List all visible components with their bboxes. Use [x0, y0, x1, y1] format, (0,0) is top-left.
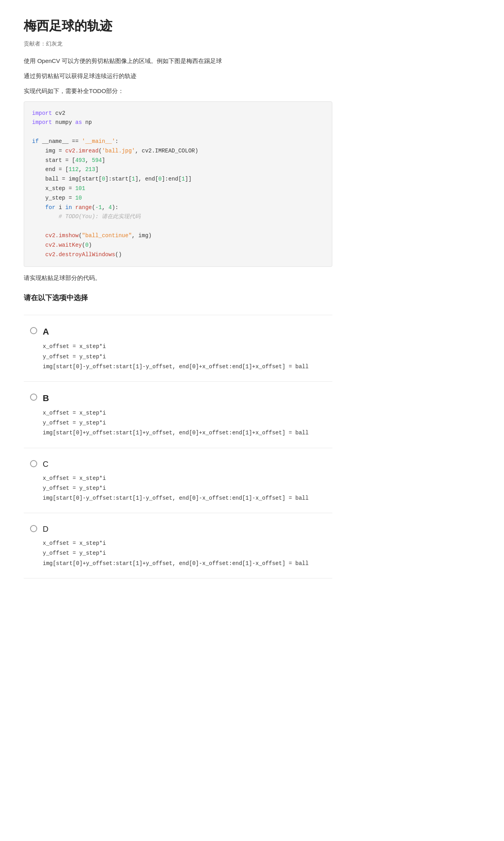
option-a-content: A x_offset = x_step*i y_offset = y_step*… [43, 325, 326, 372]
option-d-code: x_offset = x_step*i y_offset = y_step*i … [43, 538, 326, 569]
radio-a[interactable] [30, 327, 37, 334]
task-description: 请实现粘贴足球部分的代码。 [24, 273, 332, 283]
radio-d[interactable] [30, 525, 37, 532]
options-list: A x_offset = x_step*i y_offset = y_step*… [24, 315, 332, 578]
contributor-text: 贡献者：幻灰龙 [24, 39, 332, 48]
option-c-letter: C [43, 458, 326, 470]
option-a-letter: A [43, 325, 326, 339]
radio-b[interactable] [30, 394, 37, 401]
page-title: 梅西足球的轨迹 [24, 16, 332, 36]
option-d[interactable]: D x_offset = x_step*i y_offset = y_step*… [24, 513, 332, 578]
radio-c[interactable] [30, 460, 37, 467]
description-2: 通过剪切粘贴可以获得足球连续运行的轨迹 [24, 71, 332, 81]
choose-label: 请在以下选项中选择 [24, 292, 332, 304]
option-b-code: x_offset = x_step*i y_offset = y_step*i … [43, 408, 326, 438]
option-d-letter: D [43, 523, 326, 535]
code-intro-label: 实现代码如下，需要补全TODO部分： [24, 86, 332, 96]
option-b-content: B x_offset = x_step*i y_offset = y_step*… [43, 391, 326, 438]
option-d-content: D x_offset = x_step*i y_offset = y_step*… [43, 523, 326, 569]
option-b[interactable]: B x_offset = x_step*i y_offset = y_step*… [24, 382, 332, 448]
option-b-letter: B [43, 391, 326, 405]
option-c-code: x_offset = x_step*i y_offset = y_step*i … [43, 474, 326, 504]
option-a-code: x_offset = x_step*i y_offset = y_step*i … [43, 342, 326, 372]
option-c[interactable]: C x_offset = x_step*i y_offset = y_step*… [24, 448, 332, 514]
code-block-main: import cv2 import numpy as np if __name_… [24, 101, 332, 267]
option-c-content: C x_offset = x_step*i y_offset = y_step*… [43, 458, 326, 504]
option-a[interactable]: A x_offset = x_step*i y_offset = y_step*… [24, 315, 332, 382]
description-1: 使用 OpenCV 可以方便的剪切粘贴图像上的区域。例如下图是梅西在踢足球 [24, 56, 332, 66]
